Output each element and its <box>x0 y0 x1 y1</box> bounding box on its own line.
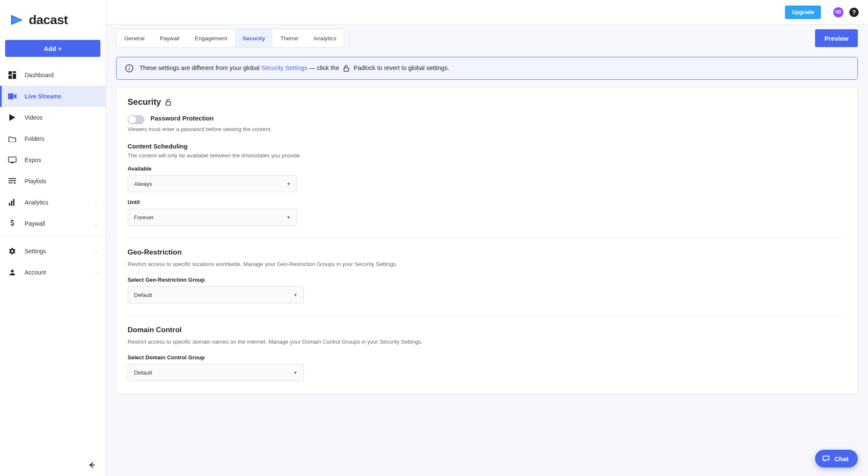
add-button[interactable]: Add + <box>5 40 100 57</box>
sidebar-item-live-streams[interactable]: Live Streams <box>0 86 106 107</box>
help-icon[interactable]: ? <box>849 8 859 17</box>
person-icon <box>8 269 17 276</box>
avatar[interactable]: HD <box>833 7 843 17</box>
folder-icon <box>8 136 17 142</box>
svg-rect-2 <box>13 74 16 79</box>
sidebar-item-dashboard[interactable]: Dashboard <box>0 64 106 86</box>
brand-mark-icon <box>10 13 26 27</box>
svg-point-15 <box>129 66 130 67</box>
chevron-down-icon: ⌄ <box>94 249 98 254</box>
caret-down-icon: ▼ <box>293 370 298 375</box>
svg-rect-9 <box>9 203 10 206</box>
sidebar-item-playlists[interactable]: Playlists <box>0 171 106 192</box>
tab-paywall[interactable]: Paywall <box>152 29 187 47</box>
svg-rect-3 <box>8 76 12 79</box>
sidebar-nav: Dashboard Live Streams Videos Folders <box>0 64 106 234</box>
main: Upgrade HD ? General Paywall Engagement … <box>106 0 868 476</box>
sidebar-item-label: Videos <box>25 114 43 121</box>
panel-title: Security <box>128 97 846 107</box>
caret-down-icon: ▼ <box>287 215 291 220</box>
info-banner: These settings are different from your g… <box>116 57 858 80</box>
available-select[interactable]: Always ▼ <box>128 175 297 192</box>
sidebar-item-label: Settings <box>25 248 46 255</box>
svg-point-12 <box>11 270 14 272</box>
caret-down-icon: ▼ <box>293 293 298 297</box>
svg-rect-6 <box>8 178 16 179</box>
svg-rect-4 <box>8 93 14 99</box>
security-settings-link[interactable]: Security Settings <box>261 64 307 71</box>
password-protection-section: Password Protection Viewers must enter a… <box>128 115 846 132</box>
svg-rect-8 <box>8 182 13 183</box>
svg-rect-1 <box>13 71 16 73</box>
collapse-sidebar-button[interactable] <box>86 459 98 471</box>
sidebar-item-label: Live Streams <box>25 93 61 100</box>
dashboard-icon <box>8 71 17 79</box>
divider <box>128 315 846 316</box>
preview-button[interactable]: Preview <box>815 29 858 47</box>
sidebar-item-label: Analytics <box>25 199 48 206</box>
sidebar-item-label: Expos <box>25 157 41 163</box>
svg-rect-5 <box>8 157 16 162</box>
sidebar-item-settings[interactable]: Settings ⌄ <box>0 241 106 262</box>
domain-control-desc: Restrict access to specific domain names… <box>128 339 846 345</box>
lock-open-icon[interactable] <box>164 98 172 106</box>
chat-label: Chat <box>835 455 849 462</box>
sidebar-item-label: Paywall <box>25 220 45 227</box>
available-label: Available <box>128 165 846 172</box>
content-scheduling-title: Content Scheduling <box>128 143 846 150</box>
tab-engagement[interactable]: Engagement <box>187 29 235 47</box>
domain-control-title: Domain Control <box>128 326 846 334</box>
available-value: Always <box>134 181 152 187</box>
tab-security[interactable]: Security <box>235 29 273 47</box>
paywall-icon <box>8 220 17 227</box>
chevron-down-icon: ⌄ <box>94 200 98 205</box>
divider <box>827 6 827 18</box>
svg-rect-16 <box>344 68 349 71</box>
sidebar-item-account[interactable]: Account ⌄ <box>0 262 106 283</box>
svg-rect-17 <box>166 102 170 105</box>
sidebar-item-label: Dashboard <box>25 72 54 78</box>
password-protection-toggle[interactable] <box>128 115 145 124</box>
password-protection-title: Password Protection <box>150 115 214 122</box>
brand-logo[interactable]: dacast <box>0 0 106 35</box>
chat-icon <box>822 454 830 463</box>
playlist-icon <box>8 178 17 184</box>
geo-restriction-title: Geo-Restriction <box>128 248 846 257</box>
sidebar-item-expos[interactable]: Expos <box>0 149 106 171</box>
gear-icon <box>8 247 17 255</box>
until-value: Forever <box>134 214 154 221</box>
geo-group-label: Select Geo-Restriction Group <box>128 277 846 283</box>
divider <box>128 238 846 238</box>
tab-theme[interactable]: Theme <box>273 29 306 47</box>
until-select[interactable]: Forever ▼ <box>128 209 297 226</box>
tab-analytics[interactable]: Analytics <box>306 29 344 47</box>
analytics-icon <box>8 199 17 206</box>
svg-rect-11 <box>13 199 14 206</box>
sidebar-item-videos[interactable]: Videos <box>0 107 106 128</box>
svg-rect-10 <box>11 201 12 206</box>
sidebar-item-label: Account <box>25 269 46 276</box>
info-icon <box>125 64 134 73</box>
sidebar-nav-secondary: Settings ⌄ Account ⌄ <box>0 241 106 283</box>
security-panel: Security Password Protection Viewers mus… <box>116 87 858 394</box>
lock-open-icon <box>342 64 350 72</box>
chevron-down-icon: ⌄ <box>94 270 98 275</box>
geo-restriction-desc: Restrict access to specific locations wo… <box>128 261 846 267</box>
live-stream-icon <box>8 93 17 99</box>
topbar: Upgrade HD ? <box>106 0 868 25</box>
sidebar-item-paywall[interactable]: Paywall ⌄ <box>0 213 106 234</box>
brand-name: dacast <box>29 13 68 27</box>
upgrade-button[interactable]: Upgrade <box>785 6 821 19</box>
domain-group-label: Select Domain Control Group <box>128 354 846 361</box>
tab-general[interactable]: General <box>117 29 152 47</box>
sidebar-item-label: Playlists <box>25 178 46 185</box>
domain-group-select[interactable]: Default ▼ <box>128 364 304 381</box>
sidebar: dacast Add + Dashboard Live Streams Vi <box>0 0 106 476</box>
sidebar-item-analytics[interactable]: Analytics ⌄ <box>0 192 106 213</box>
sidebar-item-label: Folders <box>25 135 45 142</box>
geo-group-select[interactable]: Default ▼ <box>128 286 304 303</box>
sidebar-item-folders[interactable]: Folders <box>0 128 106 149</box>
chat-button[interactable]: Chat <box>815 450 858 468</box>
geo-restriction-section: Geo-Restriction Restrict access to speci… <box>128 248 846 303</box>
content-scheduling-desc: The content will only be available betwe… <box>128 152 846 159</box>
